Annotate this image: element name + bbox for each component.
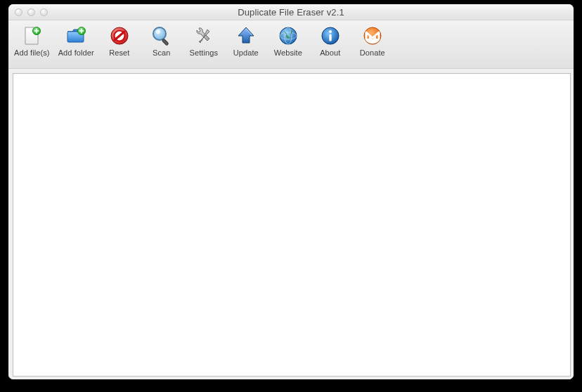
- scan-button[interactable]: Scan: [141, 23, 183, 59]
- toolbar-label: Website: [274, 48, 302, 57]
- magnifier-icon: [150, 25, 173, 47]
- reset-button[interactable]: Reset: [98, 23, 141, 59]
- results-list[interactable]: [13, 73, 571, 377]
- svg-point-7: [153, 27, 166, 40]
- settings-button[interactable]: Settings: [183, 23, 225, 59]
- toolbar-label: Scan: [153, 48, 170, 57]
- toolbar-label: Reset: [109, 48, 129, 57]
- svg-point-8: [156, 30, 160, 34]
- minimize-button[interactable]: [27, 8, 35, 16]
- svg-rect-15: [329, 34, 331, 41]
- svg-rect-9: [162, 39, 169, 46]
- app-window: Duplicate File Eraser v2.1: [8, 4, 574, 379]
- info-icon: [319, 25, 342, 47]
- globe-icon: [277, 25, 299, 47]
- toolbar-label: Settings: [190, 48, 219, 57]
- file-plus-icon: [20, 25, 43, 47]
- svg-point-10: [280, 27, 297, 44]
- zoom-button[interactable]: [40, 8, 48, 16]
- toolbar-label: Add file(s): [14, 48, 50, 57]
- window-controls: [8, 8, 48, 16]
- no-entry-icon: [108, 25, 131, 47]
- toolbar-label: Donate: [360, 48, 385, 57]
- toolbar-label: Add folder: [58, 48, 94, 57]
- toolbar: Add file(s): [8, 20, 574, 69]
- donate-button[interactable]: Donate: [351, 23, 394, 59]
- add-files-button[interactable]: Add file(s): [10, 23, 54, 59]
- website-button[interactable]: Website: [267, 23, 309, 59]
- stage: Duplicate File Eraser v2.1: [0, 0, 582, 392]
- toolbar-label: About: [320, 48, 340, 57]
- update-button[interactable]: Update: [225, 23, 267, 59]
- folder-plus-icon: [65, 25, 87, 47]
- titlebar: Duplicate File Eraser v2.1: [8, 4, 574, 20]
- about-button[interactable]: About: [309, 23, 351, 59]
- wrench-screwdriver-icon: [193, 25, 215, 47]
- arrow-up-icon: [235, 25, 257, 47]
- svg-point-14: [329, 30, 332, 33]
- window-title: Duplicate File Eraser v2.1: [8, 7, 574, 18]
- content-area: [8, 69, 574, 379]
- close-button[interactable]: [15, 8, 22, 16]
- add-folder-button[interactable]: Add folder: [54, 23, 98, 59]
- monero-icon: [361, 25, 384, 47]
- toolbar-label: Update: [233, 48, 259, 57]
